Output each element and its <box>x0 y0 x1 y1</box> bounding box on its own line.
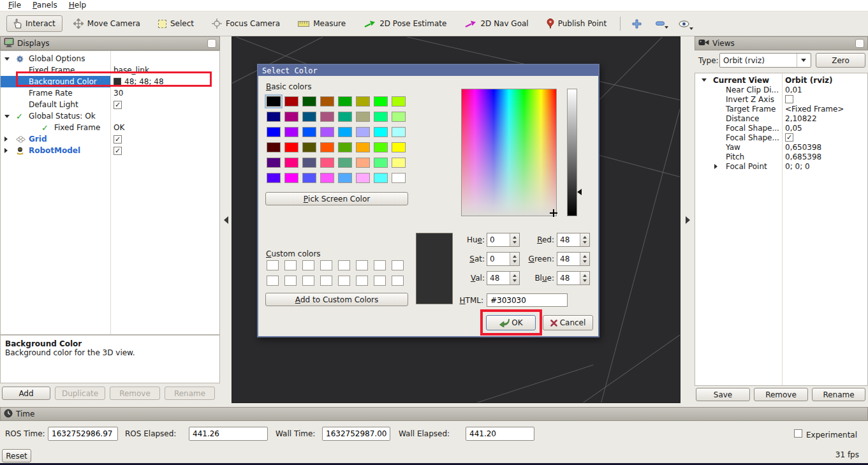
checkbox-checked[interactable]: ✓ <box>785 133 793 142</box>
tree-row[interactable]: RobotModel✓ <box>1 145 219 156</box>
tree-row[interactable]: Current ViewOrbit (rviz) <box>695 75 867 85</box>
basic-color-swatch[interactable] <box>267 158 281 168</box>
tree-row[interactable]: Yaw0,650398 <box>695 142 867 152</box>
basic-color-swatch[interactable] <box>284 127 298 137</box>
tree-row[interactable]: Focal Point0; 0; 0 <box>695 161 867 171</box>
hue-saturation-gradient[interactable] <box>461 89 557 216</box>
tree-row[interactable]: Background Color48; 48; 48 <box>1 76 219 87</box>
basic-color-swatch[interactable] <box>356 112 370 122</box>
tool-button-nav-goal[interactable]: 2D Nav Goal <box>457 16 535 31</box>
basic-color-swatch[interactable] <box>302 127 316 137</box>
custom-color-swatch[interactable] <box>267 260 279 270</box>
basic-color-swatch[interactable] <box>338 158 352 168</box>
basic-color-swatch[interactable] <box>356 127 370 137</box>
basic-color-swatch[interactable] <box>392 158 406 168</box>
basic-color-swatch[interactable] <box>302 96 316 107</box>
basic-color-swatch[interactable] <box>338 127 352 137</box>
hue-spinbox[interactable]: 0 <box>487 233 520 247</box>
basic-color-swatch[interactable] <box>302 112 316 122</box>
tree-row-value[interactable]: Orbit (rviz) <box>785 76 833 85</box>
basic-color-swatch[interactable] <box>320 96 334 107</box>
basic-color-swatch[interactable] <box>320 158 334 168</box>
remove-button[interactable]: Remove <box>754 388 808 401</box>
expander-right-icon[interactable] <box>4 137 8 142</box>
basic-color-swatch[interactable] <box>356 158 370 168</box>
basic-color-swatch[interactable] <box>374 127 388 137</box>
tree-row[interactable]: Distance2,10822 <box>695 114 867 123</box>
custom-color-swatch[interactable] <box>338 276 350 286</box>
checkbox-checked[interactable]: ✓ <box>114 147 122 155</box>
cancel-button[interactable]: Cancel <box>543 315 593 330</box>
basic-color-swatch[interactable] <box>267 127 281 137</box>
experimental-checkbox[interactable] <box>794 429 802 438</box>
displays-float-button[interactable] <box>207 39 216 48</box>
expander-down-icon[interactable] <box>4 115 10 118</box>
menu-item-file[interactable]: File <box>3 0 27 11</box>
basic-color-swatch[interactable] <box>302 173 316 183</box>
sat-spinbox[interactable]: 0 <box>487 252 520 266</box>
basic-color-swatch[interactable] <box>374 142 388 152</box>
basic-color-swatch[interactable] <box>374 112 388 122</box>
custom-color-swatch[interactable] <box>320 276 332 286</box>
red-spinbox[interactable]: 48 <box>557 233 590 247</box>
tree-row-value[interactable]: 0; 0; 0 <box>785 162 810 171</box>
tree-row[interactable]: ✓Global Status: Ok <box>1 110 219 122</box>
custom-color-swatch[interactable] <box>302 276 314 286</box>
views-float-button[interactable] <box>855 39 864 48</box>
basic-color-swatch[interactable] <box>267 96 281 107</box>
tree-row-value[interactable]: 0,01 <box>785 85 802 94</box>
spinner-arrows-icon[interactable] <box>580 272 589 284</box>
tree-row-value[interactable]: ✓ <box>785 133 793 142</box>
custom-color-swatch[interactable] <box>374 260 386 270</box>
pick-screen-color-button[interactable]: Pick Screen Color <box>265 192 408 205</box>
val-spinbox[interactable]: 48 <box>487 271 520 285</box>
tree-row-value[interactable]: ✓ <box>114 147 122 155</box>
tree-row-value[interactable]: ✓ <box>114 135 122 144</box>
basic-color-swatch[interactable] <box>338 96 352 107</box>
custom-color-swatch[interactable] <box>267 276 279 286</box>
basic-color-swatch[interactable] <box>267 112 281 122</box>
basic-color-swatch[interactable] <box>392 127 406 137</box>
basic-color-swatch[interactable] <box>284 142 298 152</box>
tree-row[interactable]: Default Light✓ <box>1 99 219 110</box>
tree-row-value[interactable]: ✓ <box>114 101 122 109</box>
basic-color-swatch[interactable] <box>338 112 352 122</box>
tree-row[interactable]: Focal Shape...✓ <box>695 133 867 142</box>
basic-color-swatch[interactable] <box>392 96 406 107</box>
tree-row-value[interactable]: 48; 48; 48 <box>114 77 164 86</box>
dialog-titlebar[interactable]: Select Color <box>258 65 598 76</box>
custom-color-swatch[interactable] <box>356 276 368 286</box>
add-custom-colors-button[interactable]: Add to Custom Colors <box>265 293 408 306</box>
tool-button-visibility[interactable] <box>673 17 695 31</box>
custom-color-swatch[interactable] <box>284 276 297 286</box>
expander-right-icon[interactable] <box>4 148 8 153</box>
tree-row-value[interactable]: 0,650398 <box>785 143 821 152</box>
checkbox-checked[interactable]: ✓ <box>114 101 122 109</box>
value-slider[interactable] <box>567 89 577 216</box>
spinner-arrows-icon[interactable] <box>580 233 589 246</box>
checkbox-unchecked[interactable] <box>785 95 793 103</box>
basic-color-swatch[interactable] <box>374 158 388 168</box>
tree-row[interactable]: Global Options <box>1 53 219 64</box>
tree-row-value[interactable]: 2,10822 <box>785 114 817 123</box>
custom-color-swatch[interactable] <box>392 276 404 286</box>
tree-row-value[interactable]: 0,05 <box>785 124 802 133</box>
value-slider-arrow-icon[interactable] <box>577 189 582 195</box>
left-panel-collapse-handle[interactable] <box>220 36 232 403</box>
basic-color-swatch[interactable] <box>338 173 352 183</box>
basic-color-swatch[interactable] <box>392 173 406 183</box>
basic-color-swatch[interactable] <box>284 96 298 107</box>
tree-row[interactable]: Target Frame<Fixed Frame> <box>695 104 867 114</box>
html-color-input[interactable] <box>487 293 568 307</box>
checkbox-checked[interactable]: ✓ <box>114 135 122 144</box>
basic-color-swatch[interactable] <box>338 142 352 152</box>
tree-row-value[interactable] <box>785 95 793 103</box>
time-field-input[interactable] <box>466 427 534 441</box>
green-spinbox[interactable]: 48 <box>557 252 590 266</box>
tool-button-pose-estimate[interactable]: 2D Pose Estimate <box>357 16 453 31</box>
basic-color-swatch[interactable] <box>267 173 281 183</box>
basic-color-swatch[interactable] <box>302 158 316 168</box>
basic-color-swatch[interactable] <box>284 158 298 168</box>
basic-color-swatch[interactable] <box>284 112 298 122</box>
tool-button-interact[interactable]: Interact <box>6 15 63 32</box>
